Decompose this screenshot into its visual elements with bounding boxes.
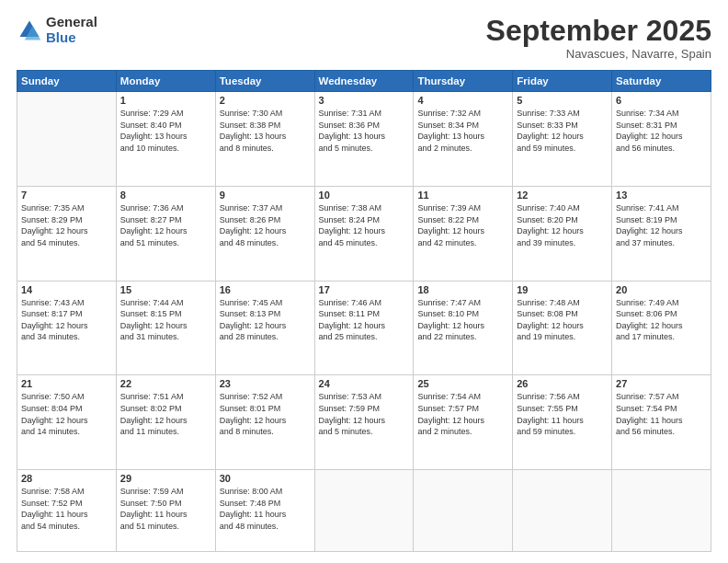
day-number: 20 (616, 284, 707, 295)
day-number: 23 (220, 378, 311, 389)
cell-info: Sunrise: 7:29 AMSunset: 8:40 PMDaylight:… (120, 108, 211, 154)
table-cell: 24Sunrise: 7:53 AMSunset: 7:59 PMDayligh… (314, 375, 414, 470)
table-cell: 25Sunrise: 7:54 AMSunset: 7:57 PMDayligh… (414, 375, 513, 470)
day-number: 29 (120, 473, 211, 484)
day-number: 17 (319, 284, 410, 295)
month-title: September 2025 (486, 15, 711, 47)
day-number: 15 (120, 284, 211, 295)
day-number: 30 (220, 473, 311, 484)
cell-info: Sunrise: 7:40 AMSunset: 8:20 PMDaylight:… (517, 202, 608, 248)
cell-info: Sunrise: 7:30 AMSunset: 8:38 PMDaylight:… (220, 108, 311, 154)
week-row-5: 28Sunrise: 7:58 AMSunset: 7:52 PMDayligh… (17, 470, 711, 552)
day-number: 16 (220, 284, 311, 295)
cell-info: Sunrise: 7:37 AMSunset: 8:26 PMDaylight:… (220, 202, 311, 248)
table-cell: 12Sunrise: 7:40 AMSunset: 8:20 PMDayligh… (513, 186, 612, 281)
day-number: 10 (319, 190, 410, 201)
table-cell: 17Sunrise: 7:46 AMSunset: 8:11 PMDayligh… (314, 281, 414, 375)
cell-info: Sunrise: 7:46 AMSunset: 8:11 PMDaylight:… (319, 297, 410, 343)
cell-info: Sunrise: 7:58 AMSunset: 7:52 PMDaylight:… (21, 486, 112, 532)
cell-info: Sunrise: 7:50 AMSunset: 8:04 PMDaylight:… (21, 391, 112, 437)
day-number: 2 (220, 95, 311, 106)
table-cell: 6Sunrise: 7:34 AMSunset: 8:31 PMDaylight… (612, 92, 711, 187)
table-cell: 3Sunrise: 7:31 AMSunset: 8:36 PMDaylight… (314, 92, 414, 187)
cell-info: Sunrise: 7:56 AMSunset: 7:55 PMDaylight:… (517, 391, 608, 437)
week-row-1: 1Sunrise: 7:29 AMSunset: 8:40 PMDaylight… (17, 92, 711, 187)
table-cell: 22Sunrise: 7:51 AMSunset: 8:02 PMDayligh… (116, 375, 215, 470)
table-cell: 11Sunrise: 7:39 AMSunset: 8:22 PMDayligh… (414, 186, 513, 281)
table-cell: 18Sunrise: 7:47 AMSunset: 8:10 PMDayligh… (414, 281, 513, 375)
cell-info: Sunrise: 7:34 AMSunset: 8:31 PMDaylight:… (616, 108, 707, 154)
cell-info: Sunrise: 7:33 AMSunset: 8:33 PMDaylight:… (517, 108, 608, 154)
day-number: 11 (417, 190, 508, 201)
table-cell: 7Sunrise: 7:35 AMSunset: 8:29 PMDaylight… (17, 186, 117, 281)
table-cell: 1Sunrise: 7:29 AMSunset: 8:40 PMDaylight… (116, 92, 215, 187)
cell-info: Sunrise: 7:35 AMSunset: 8:29 PMDaylight:… (21, 202, 112, 248)
header-saturday: Saturday (612, 71, 711, 92)
cell-info: Sunrise: 7:57 AMSunset: 7:54 PMDaylight:… (616, 391, 707, 437)
logo-text: General Blue (46, 15, 97, 45)
table-cell (414, 470, 513, 552)
table-cell: 10Sunrise: 7:38 AMSunset: 8:24 PMDayligh… (314, 186, 414, 281)
day-number: 21 (21, 378, 112, 389)
cell-info: Sunrise: 7:54 AMSunset: 7:57 PMDaylight:… (417, 391, 508, 437)
day-number: 14 (21, 284, 112, 295)
cell-info: Sunrise: 7:51 AMSunset: 8:02 PMDaylight:… (120, 391, 211, 437)
table-cell: 14Sunrise: 7:43 AMSunset: 8:17 PMDayligh… (17, 281, 117, 375)
cell-info: Sunrise: 7:48 AMSunset: 8:08 PMDaylight:… (517, 297, 608, 343)
day-number: 27 (616, 378, 707, 389)
logo: General Blue (17, 15, 97, 45)
day-number: 6 (616, 95, 707, 106)
table-cell: 26Sunrise: 7:56 AMSunset: 7:55 PMDayligh… (513, 375, 612, 470)
day-number: 8 (120, 190, 211, 201)
location-subtitle: Navascues, Navarre, Spain (486, 47, 711, 61)
table-cell: 2Sunrise: 7:30 AMSunset: 8:38 PMDaylight… (215, 92, 314, 187)
day-number: 25 (417, 378, 508, 389)
day-number: 9 (220, 190, 311, 201)
table-cell: 23Sunrise: 7:52 AMSunset: 8:01 PMDayligh… (215, 375, 314, 470)
table-cell: 16Sunrise: 7:45 AMSunset: 8:13 PMDayligh… (215, 281, 314, 375)
table-cell: 15Sunrise: 7:44 AMSunset: 8:15 PMDayligh… (116, 281, 215, 375)
day-number: 26 (517, 378, 608, 389)
cell-info: Sunrise: 7:52 AMSunset: 8:01 PMDaylight:… (220, 391, 311, 437)
logo-blue-text: Blue (46, 30, 97, 46)
day-number: 12 (517, 190, 608, 201)
day-number: 1 (120, 95, 211, 106)
table-cell: 21Sunrise: 7:50 AMSunset: 8:04 PMDayligh… (17, 375, 117, 470)
table-cell: 4Sunrise: 7:32 AMSunset: 8:34 PMDaylight… (414, 92, 513, 187)
logo-icon (17, 17, 42, 43)
table-cell: 19Sunrise: 7:48 AMSunset: 8:08 PMDayligh… (513, 281, 612, 375)
cell-info: Sunrise: 7:36 AMSunset: 8:27 PMDaylight:… (120, 202, 211, 248)
table-cell: 8Sunrise: 7:36 AMSunset: 8:27 PMDaylight… (116, 186, 215, 281)
table-cell: 29Sunrise: 7:59 AMSunset: 7:50 PMDayligh… (116, 470, 215, 552)
day-number: 7 (21, 190, 112, 201)
table-cell: 30Sunrise: 8:00 AMSunset: 7:48 PMDayligh… (215, 470, 314, 552)
cell-info: Sunrise: 7:38 AMSunset: 8:24 PMDaylight:… (319, 202, 410, 248)
table-cell (17, 92, 117, 187)
day-number: 5 (517, 95, 608, 106)
day-number: 13 (616, 190, 707, 201)
cell-info: Sunrise: 7:31 AMSunset: 8:36 PMDaylight:… (319, 108, 410, 154)
week-row-2: 7Sunrise: 7:35 AMSunset: 8:29 PMDaylight… (17, 186, 711, 281)
cell-info: Sunrise: 7:49 AMSunset: 8:06 PMDaylight:… (616, 297, 707, 343)
table-cell: 9Sunrise: 7:37 AMSunset: 8:26 PMDaylight… (215, 186, 314, 281)
day-number: 24 (319, 378, 410, 389)
day-number: 3 (319, 95, 410, 106)
page: General Blue September 2025 Navascues, N… (0, 0, 728, 563)
week-row-4: 21Sunrise: 7:50 AMSunset: 8:04 PMDayligh… (17, 375, 711, 470)
cell-info: Sunrise: 7:44 AMSunset: 8:15 PMDaylight:… (120, 297, 211, 343)
header-monday: Monday (116, 71, 215, 92)
cell-info: Sunrise: 7:47 AMSunset: 8:10 PMDaylight:… (417, 297, 508, 343)
header-tuesday: Tuesday (215, 71, 314, 92)
title-block: September 2025 Navascues, Navarre, Spain (486, 15, 711, 61)
table-cell: 13Sunrise: 7:41 AMSunset: 8:19 PMDayligh… (612, 186, 711, 281)
cell-info: Sunrise: 7:43 AMSunset: 8:17 PMDaylight:… (21, 297, 112, 343)
logo-general-text: General (46, 15, 97, 30)
calendar-table: Sunday Monday Tuesday Wednesday Thursday… (17, 70, 711, 552)
day-number: 19 (517, 284, 608, 295)
header-sunday: Sunday (17, 71, 117, 92)
table-cell (314, 470, 414, 552)
cell-info: Sunrise: 7:39 AMSunset: 8:22 PMDaylight:… (417, 202, 508, 248)
day-number: 4 (417, 95, 508, 106)
table-cell: 27Sunrise: 7:57 AMSunset: 7:54 PMDayligh… (612, 375, 711, 470)
table-cell (513, 470, 612, 552)
